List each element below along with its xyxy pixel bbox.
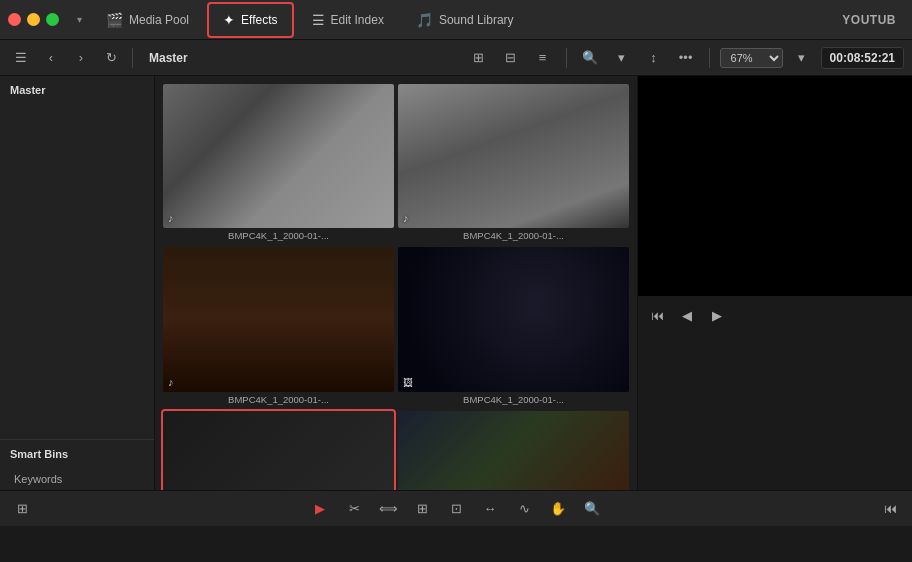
image-icon: 🖼 <box>403 377 413 388</box>
thumbnail-4: 🖼 <box>398 247 629 391</box>
music-icon: ♪ <box>403 212 409 224</box>
preview-screen <box>638 76 912 296</box>
zoom-dropdown[interactable]: ▾ <box>789 45 815 71</box>
tab-sound-library[interactable]: 🎵 Sound Library <box>402 2 528 38</box>
timeline-view-btn[interactable]: ⊞ <box>8 495 36 523</box>
cut-tool[interactable]: ✂ <box>340 495 368 523</box>
more-btn[interactable]: ••• <box>673 45 699 71</box>
thumbnail-2: ♪ <box>398 84 629 228</box>
item-label-1: BMPC4K_1_2000-01-... <box>163 228 394 243</box>
top-bar: ▾ 🎬 Media Pool ✦ Effects ☰ Edit Index 🎵 … <box>0 0 912 40</box>
tab-media-pool[interactable]: 🎬 Media Pool <box>92 2 203 38</box>
sync-btn[interactable]: ↻ <box>98 45 124 71</box>
sidebar-bottom: Smart Bins Keywords <box>0 439 154 490</box>
list-item[interactable]: ♪ BMPC4K_1_2000-01-... <box>163 247 394 406</box>
sidebar-section-master[interactable]: Master <box>0 76 154 104</box>
search-dropdown[interactable]: ▾ <box>609 45 635 71</box>
sort-btn[interactable]: ↕ <box>641 45 667 71</box>
thumbnail-3: ♪ <box>163 247 394 391</box>
sidebar-smart-bins[interactable]: Smart Bins <box>0 440 154 468</box>
grid-view-btn[interactable]: ⊞ <box>466 45 492 71</box>
zoom-select[interactable]: 67% 50% 100% <box>720 48 783 68</box>
search-btn[interactable]: 🔍 <box>577 45 603 71</box>
separator-1 <box>132 48 133 68</box>
music-icon: ♪ <box>168 212 174 224</box>
item-label-4: BMPC4K_1_2000-01-... <box>398 392 629 407</box>
effects-icon: ✦ <box>223 12 235 28</box>
view-toggle-btn[interactable]: ☰ <box>8 45 34 71</box>
retime-tool[interactable]: ↔ <box>476 495 504 523</box>
sidebar: Master Smart Bins Keywords <box>0 76 155 490</box>
separator-3 <box>709 48 710 68</box>
preview-panel: ⏮ ◀ ▶ <box>637 76 912 490</box>
media-grid: ♪ BMPC4K_1_2000-01-... ♪ BMPC4K_1_2000-0… <box>155 76 637 490</box>
skip-to-start[interactable]: ⏮ <box>876 495 904 523</box>
tab-effects[interactable]: ✦ Effects <box>207 2 293 38</box>
list-item[interactable]: ♪ BMPC4K_1_2000-01-... <box>163 411 394 490</box>
arrow-tool[interactable]: ▶ <box>306 495 334 523</box>
project-name: YOUTUB <box>842 13 896 27</box>
list-item[interactable]: 🖼 BMPC4K_1_2000-01-... <box>398 247 629 406</box>
window-controls <box>8 13 59 26</box>
list-item[interactable]: ♪ BMPC4K_1_2000-01-... <box>163 84 394 243</box>
edit-index-icon: ☰ <box>312 12 325 28</box>
nav-forward-btn[interactable]: › <box>68 45 94 71</box>
tab-effects-label: Effects <box>241 13 277 27</box>
preview-back[interactable]: ◀ <box>674 302 700 328</box>
thumbnail-6: ♪ <box>398 411 629 490</box>
separator-2 <box>566 48 567 68</box>
grid-container: ♪ BMPC4K_1_2000-01-... ♪ BMPC4K_1_2000-0… <box>163 84 629 490</box>
item-label-3: BMPC4K_1_2000-01-... <box>163 392 394 407</box>
sidebar-item-keywords[interactable]: Keywords <box>0 468 154 490</box>
master-label: Master <box>149 51 188 65</box>
list-view-btn[interactable]: ⊟ <box>498 45 524 71</box>
zoom-tool[interactable]: 🔍 <box>578 495 606 523</box>
workspace-dropdown[interactable]: ▾ <box>71 12 88 27</box>
thumbnail-1: ♪ <box>163 84 394 228</box>
preview-skip-back[interactable]: ⏮ <box>644 302 670 328</box>
maximize-button[interactable] <box>46 13 59 26</box>
ripple-tool[interactable]: ⊞ <box>408 495 436 523</box>
main-area: Master Smart Bins Keywords ♪ BMPC4K_1_20… <box>0 76 912 490</box>
tab-sound-library-label: Sound Library <box>439 13 514 27</box>
nav-back-btn[interactable]: ‹ <box>38 45 64 71</box>
tab-media-pool-label: Media Pool <box>129 13 189 27</box>
tab-edit-index-label: Edit Index <box>331 13 384 27</box>
thumbnail-5: ♪ <box>163 411 394 490</box>
tab-edit-index[interactable]: ☰ Edit Index <box>298 2 398 38</box>
curve-tool[interactable]: ∿ <box>510 495 538 523</box>
close-button[interactable] <box>8 13 21 26</box>
music-icon: ♪ <box>168 376 174 388</box>
preview-forward[interactable]: ▶ <box>704 302 730 328</box>
list-item[interactable]: ♪ BMPC4K_1_2000-01-... <box>398 84 629 243</box>
list-item[interactable]: ♪ BMPC4K_1_2000-01-... <box>398 411 629 490</box>
detail-view-btn[interactable]: ≡ <box>530 45 556 71</box>
bottom-toolbar: ⊞ ▶ ✂ ⟺ ⊞ ⊡ ↔ ∿ ✋ 🔍 ⏮ <box>0 490 912 526</box>
item-label-2: BMPC4K_1_2000-01-... <box>398 228 629 243</box>
toolbar-right: ⊞ ⊟ ≡ 🔍 ▾ ↕ ••• 67% 50% 100% ▾ 00:08:52:… <box>466 45 904 71</box>
hand-tool[interactable]: ✋ <box>544 495 572 523</box>
secondary-toolbar: ☰ ‹ › ↻ Master ⊞ ⊟ ≡ 🔍 ▾ ↕ ••• 67% 50% 1… <box>0 40 912 76</box>
sound-library-icon: 🎵 <box>416 12 433 28</box>
preview-controls: ⏮ ◀ ▶ <box>638 296 912 334</box>
minimize-button[interactable] <box>27 13 40 26</box>
media-pool-icon: 🎬 <box>106 12 123 28</box>
slip-tool[interactable]: ⊡ <box>442 495 470 523</box>
trim-tool[interactable]: ⟺ <box>374 495 402 523</box>
timecode-display: 00:08:52:21 <box>821 47 904 69</box>
